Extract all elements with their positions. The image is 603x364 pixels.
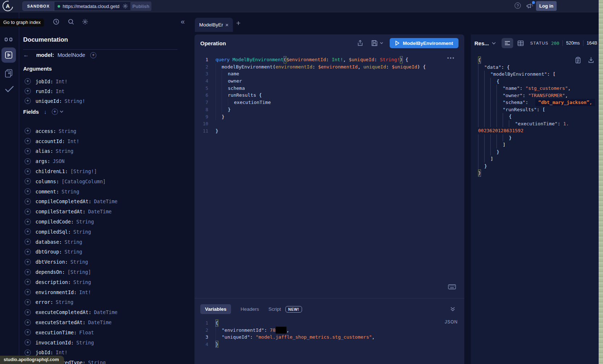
back-arrow-icon[interactable]: ← <box>23 52 29 58</box>
add-all-fields-button[interactable]: + <box>52 109 63 115</box>
field-type-link[interactable]: String <box>64 239 82 245</box>
response-title[interactable]: Res... <box>474 40 489 46</box>
save-operation-icon[interactable] <box>371 40 383 46</box>
variables-editor[interactable]: 1{2"environmentId": 78 ,3"uniqueId": "mo… <box>194 318 464 364</box>
table-view-toggle[interactable] <box>518 41 524 46</box>
tab-variables[interactable]: Variables <box>200 304 231 314</box>
add-field-button[interactable]: + <box>25 249 31 255</box>
publish-button[interactable]: Publish <box>130 1 151 11</box>
field-type-link[interactable]: String <box>88 360 106 364</box>
add-field-button[interactable]: + <box>25 138 31 144</box>
add-field-button[interactable]: + <box>25 128 31 134</box>
add-field-button[interactable]: + <box>25 339 31 346</box>
schema-docs-icon[interactable] <box>4 68 14 78</box>
graph-index-icon[interactable] <box>5 38 12 41</box>
run-operation-button[interactable]: ModelByEnvironment <box>390 38 458 48</box>
code-line: 1{ <box>194 319 464 327</box>
apollo-logo[interactable]: A <box>3 1 13 11</box>
field-type-link[interactable]: Int! <box>79 289 91 295</box>
type-name-link[interactable]: ModelNode <box>58 52 85 58</box>
add-field-button[interactable]: + <box>25 259 31 265</box>
endpoint-url-box[interactable]: https://metadata.cloud.getd <box>54 2 131 11</box>
field-name: args: <box>35 158 50 164</box>
add-field-button[interactable]: + <box>25 229 31 235</box>
collapse-panel-icon[interactable] <box>450 307 455 311</box>
add-field-button[interactable]: + <box>25 148 31 154</box>
add-field-button[interactable]: + <box>25 178 31 184</box>
add-field-button[interactable]: + <box>25 319 31 326</box>
add-field-button[interactable]: + <box>25 219 31 225</box>
operation-editor[interactable]: 1query ModelByEnvironment($environmentId… <box>194 52 464 298</box>
add-field-button[interactable]: + <box>25 158 31 164</box>
field-type-link[interactable]: String <box>62 189 79 194</box>
code-token: 1. <box>563 120 569 127</box>
sort-fields-icon[interactable]: ↓ <box>44 109 47 115</box>
left-nav-rail <box>0 12 19 364</box>
field-type-link[interactable]: JSON <box>53 158 65 164</box>
checklist-icon[interactable] <box>4 85 15 93</box>
tab-headers[interactable]: Headers <box>240 306 259 312</box>
field-type-link[interactable]: DateTime <box>94 309 117 315</box>
field-type-link[interactable]: DateTime <box>94 198 117 204</box>
field-type-link[interactable]: String <box>74 279 91 285</box>
editor-overflow-menu-icon[interactable]: ••• <box>447 55 455 60</box>
add-field-button[interactable]: + <box>25 269 31 275</box>
list-view-toggle[interactable] <box>502 38 513 48</box>
add-field-button[interactable]: + <box>25 309 31 315</box>
field-type-link[interactable]: String <box>76 340 94 346</box>
indent-guide <box>478 71 484 78</box>
field-type-link[interactable]: String <box>70 259 88 265</box>
share-operation-icon[interactable] <box>357 40 363 46</box>
close-tab-icon[interactable]: × <box>225 22 229 28</box>
field-type-link[interactable]: [String!] <box>70 168 97 174</box>
field-type-link[interactable]: DateTime <box>88 319 112 325</box>
add-field-button[interactable]: + <box>25 279 31 285</box>
code-token: : <box>523 92 528 99</box>
explorer-nav-active[interactable] <box>1 47 16 63</box>
response-body[interactable]: {"data": {"modelByEnvironment": [{"name"… <box>478 52 599 364</box>
field-type-link[interactable]: DateTime <box>88 209 112 214</box>
add-field-button[interactable]: + <box>25 78 31 84</box>
field-type-link[interactable]: String <box>56 148 74 154</box>
field-type-link[interactable]: String <box>64 249 82 255</box>
field-type-link[interactable]: Int! <box>56 79 68 84</box>
add-field-button[interactable]: + <box>25 168 31 175</box>
field-type-link[interactable]: Int! <box>67 138 79 144</box>
field-type-link[interactable]: Int <box>56 88 64 94</box>
add-field-button[interactable]: + <box>25 98 31 104</box>
field-type-link[interactable]: String <box>56 299 74 305</box>
field-type-link[interactable]: String <box>76 219 94 225</box>
add-field-button[interactable]: + <box>25 239 31 245</box>
field-type-link[interactable]: Float <box>79 330 94 335</box>
field-type-link[interactable]: [String] <box>67 269 91 275</box>
save-menu-chevron-icon[interactable] <box>380 42 383 44</box>
add-field-button[interactable]: + <box>25 289 31 295</box>
endpoint-settings-gear-icon[interactable] <box>122 3 128 9</box>
field-name: uniqueId: <box>35 98 62 104</box>
help-icon[interactable]: ? <box>515 3 521 9</box>
add-field-button[interactable]: + <box>25 350 31 356</box>
field-name: error: <box>35 299 53 305</box>
add-field-button[interactable]: + <box>25 329 31 335</box>
add-field-button[interactable]: + <box>25 88 31 94</box>
new-tab-icon[interactable]: + <box>236 19 240 28</box>
tab-script[interactable]: Script <box>268 306 281 312</box>
add-field-button[interactable]: + <box>25 198 31 205</box>
field-type-link[interactable]: String! <box>64 98 85 104</box>
login-button[interactable]: Log in <box>536 1 557 11</box>
add-field-button[interactable]: + <box>25 188 31 194</box>
field-type-link[interactable]: String <box>59 128 76 134</box>
doc-field-row: +executeStartedAt:DateTime <box>23 317 194 327</box>
response-header: Res... STATUS 200 520ms 164B <box>474 38 597 49</box>
field-type-link[interactable]: Int! <box>56 350 68 355</box>
endpoint-url[interactable]: https://metadata.cloud.getd <box>63 4 120 9</box>
add-type-button[interactable]: + <box>90 52 96 58</box>
field-type-link[interactable]: String <box>74 229 91 235</box>
code-line: ] <box>478 141 599 148</box>
add-field-button[interactable]: + <box>25 299 31 305</box>
field-type-link[interactable]: [CatalogColumn] <box>62 179 106 184</box>
add-field-button[interactable]: + <box>25 209 31 215</box>
operation-tab[interactable]: ModelByEnvi... × <box>195 18 233 32</box>
keyboard-shortcuts-icon[interactable] <box>448 284 456 289</box>
response-title-chevron-icon[interactable] <box>492 42 496 45</box>
